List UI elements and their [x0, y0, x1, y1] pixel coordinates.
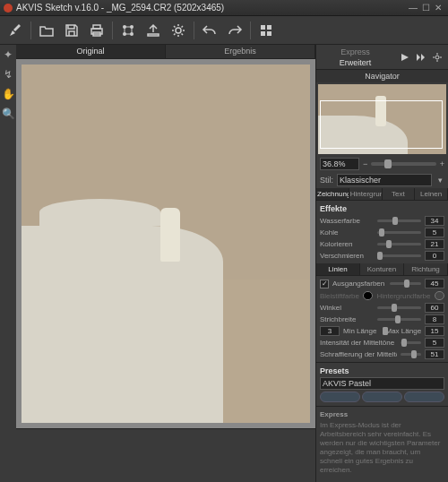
- svg-rect-9: [267, 25, 271, 30]
- midtone-hatching-label: Schraffierung der Mitteltöne: [320, 350, 397, 358]
- watercolor-value[interactable]: [425, 216, 444, 226]
- left-toolbar: ✦ ↯ ✋ 🔍: [0, 45, 16, 482]
- midtone-intensity-label: Intensität der Mitteltöne: [320, 339, 397, 347]
- svg-point-7: [176, 28, 181, 33]
- close-button[interactable]: ✕: [432, 3, 444, 13]
- tab-drawing[interactable]: Zeichnung: [316, 188, 349, 200]
- zoom-in-icon[interactable]: +: [440, 159, 444, 168]
- save-file-icon[interactable]: [60, 19, 83, 42]
- style-label: Stil:: [320, 176, 333, 185]
- run-button[interactable]: [398, 50, 412, 65]
- tab-lines[interactable]: Linien: [316, 263, 360, 275]
- svg-rect-8: [261, 25, 265, 30]
- min-length-value[interactable]: [320, 326, 340, 336]
- smudge-value[interactable]: [425, 251, 444, 261]
- settings-icon[interactable]: [167, 19, 190, 42]
- maximize-button[interactable]: ☐: [419, 3, 432, 13]
- tab-result[interactable]: Ergebnis: [166, 45, 315, 58]
- presets-header: Presets: [320, 365, 444, 377]
- hand-tool-icon[interactable]: ✋: [2, 88, 14, 100]
- midtone-hatching-slider[interactable]: [401, 353, 421, 356]
- minimize-button[interactable]: —: [407, 3, 419, 13]
- coloration-slider[interactable]: [377, 243, 421, 245]
- midtone-intensity-slider[interactable]: [401, 341, 421, 344]
- timeline-area: [16, 428, 315, 482]
- prefs-button[interactable]: [430, 50, 444, 65]
- navigator-thumbnail[interactable]: [318, 84, 446, 154]
- direction-tool-icon[interactable]: ↯: [2, 68, 14, 81]
- tab-background[interactable]: Hintergrund: [349, 188, 383, 200]
- right-panel: Express Erweitert Navigator − + Stil: Kl…: [315, 45, 448, 482]
- original-colors-checkbox[interactable]: ✓: [320, 280, 329, 288]
- preset-delete-button[interactable]: [404, 392, 444, 402]
- print-icon[interactable]: [85, 19, 108, 42]
- zoom-slider[interactable]: [371, 162, 435, 166]
- stroke-width-slider[interactable]: [377, 318, 421, 321]
- preset-reset-button[interactable]: [362, 392, 402, 402]
- main-toolbar: [0, 16, 448, 45]
- strokes-section: ✓Ausgangsfarben BleistiftfarbeHintergrun…: [316, 276, 448, 362]
- mode-advanced[interactable]: Erweitert: [316, 57, 394, 68]
- tab-original[interactable]: Original: [16, 45, 166, 58]
- angle-value[interactable]: [425, 303, 444, 313]
- max-length-value[interactable]: [425, 326, 444, 336]
- zoom-out-icon[interactable]: −: [363, 159, 367, 168]
- svg-rect-10: [261, 31, 265, 36]
- batch-icon[interactable]: [116, 19, 140, 42]
- param-tabs: Zeichnung Hintergrund Text Leinen: [316, 188, 448, 201]
- angle-slider[interactable]: [377, 306, 421, 309]
- max-length-label: Max Länge: [386, 327, 422, 335]
- publish-icon[interactable]: [142, 19, 165, 42]
- presets-select[interactable]: AKVIS Pastel: [320, 377, 444, 390]
- zoom-input[interactable]: [320, 158, 359, 170]
- redo-icon[interactable]: [223, 19, 246, 42]
- smudge-label: Verschmieren: [320, 252, 374, 260]
- canvas-area: [16, 59, 315, 482]
- watercolor-slider[interactable]: [377, 219, 421, 222]
- midtone-intensity-value[interactable]: [425, 338, 444, 348]
- bg-color-swatch[interactable]: [435, 291, 444, 300]
- smudge-slider[interactable]: [377, 254, 421, 257]
- min-length-label: Min Länge: [343, 327, 379, 335]
- svg-rect-11: [267, 31, 271, 36]
- image-canvas[interactable]: [22, 65, 310, 423]
- tab-text[interactable]: Text: [383, 188, 416, 200]
- angle-label: Winkel: [320, 304, 374, 312]
- tab-direction[interactable]: Richtung: [404, 263, 448, 275]
- preset-save-button[interactable]: [320, 392, 360, 402]
- midtone-hatching-value[interactable]: [425, 349, 444, 359]
- stroke-tabs: Linien Konturen Richtung: [316, 263, 448, 276]
- brush-tool-icon[interactable]: [4, 19, 27, 42]
- charcoal-value[interactable]: [425, 228, 444, 237]
- bg-color-label: Hintergrundfarbe: [376, 292, 430, 300]
- coloration-label: Kolorieren: [320, 240, 374, 248]
- charcoal-slider[interactable]: [377, 231, 421, 234]
- autorun-button[interactable]: [414, 50, 428, 65]
- navigator-header: Navigator: [316, 70, 448, 82]
- effects-section: Effekte Wasserfarbe Kohle Kolorieren Ver…: [316, 201, 448, 263]
- presets-section: Presets AKVIS Pastel: [316, 362, 448, 406]
- info-panel: Express Im Express-Modus ist der Arbeits…: [316, 406, 448, 482]
- stroke-width-value[interactable]: [425, 314, 444, 324]
- pencil-color-swatch[interactable]: [363, 291, 373, 300]
- original-colors-slider[interactable]: [390, 282, 421, 285]
- open-file-icon[interactable]: [35, 19, 58, 42]
- tab-contours[interactable]: Konturen: [360, 263, 404, 275]
- pencil-color-label: Bleistiftfarbe: [320, 292, 359, 300]
- undo-icon[interactable]: [198, 19, 221, 42]
- tab-canvas[interactable]: Leinen: [415, 188, 448, 200]
- original-colors-value[interactable]: [425, 279, 444, 288]
- charcoal-label: Kohle: [320, 228, 374, 237]
- mode-express[interactable]: Express: [316, 47, 394, 57]
- style-select[interactable]: Klassischer: [337, 174, 432, 186]
- coloration-value[interactable]: [425, 239, 444, 249]
- info-header: Express: [320, 410, 444, 419]
- pointer-tool-icon[interactable]: ✦: [2, 48, 14, 61]
- app-icon: [4, 4, 13, 13]
- svg-rect-1: [93, 25, 100, 29]
- info-text: Im Express-Modus ist der Arbeitsbereich …: [320, 421, 444, 475]
- presets-icon[interactable]: [254, 19, 278, 42]
- style-menu-icon[interactable]: ▾: [435, 176, 444, 185]
- watercolor-label: Wasserfarbe: [320, 217, 374, 225]
- zoom-tool-icon[interactable]: 🔍: [2, 108, 14, 120]
